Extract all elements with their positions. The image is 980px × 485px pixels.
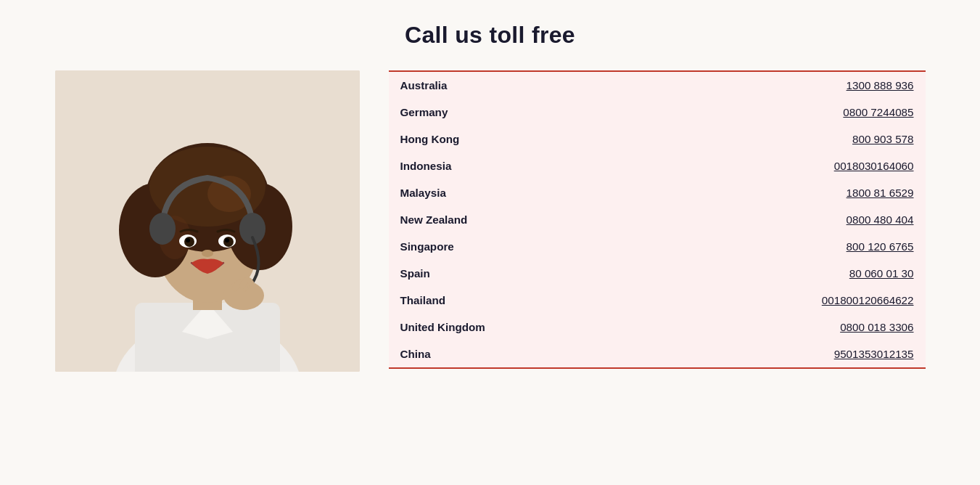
table-row: Australia1300 888 936 <box>389 72 926 99</box>
phone-number[interactable]: 9501353012135 <box>648 341 925 367</box>
table-row: Hong Kong800 903 578 <box>389 126 926 152</box>
table-row: United Kingdom0800 018 3306 <box>389 314 926 341</box>
phone-number[interactable]: 0800 7244085 <box>648 99 925 126</box>
phone-number[interactable]: 800 903 578 <box>648 126 925 152</box>
phone-link[interactable]: 80 060 01 30 <box>849 267 914 280</box>
country-name: Germany <box>389 99 649 126</box>
country-name: Malaysia <box>389 179 649 206</box>
table-row: New Zealand0800 480 404 <box>389 206 926 233</box>
agent-image-section <box>55 70 360 372</box>
main-content: Australia1300 888 936Germany0800 7244085… <box>55 70 926 372</box>
country-name: Australia <box>389 72 649 99</box>
phone-link[interactable]: 9501353012135 <box>834 348 914 360</box>
phone-number[interactable]: 0018030164060 <box>648 152 925 179</box>
phone-number[interactable]: 0800 018 3306 <box>648 314 925 341</box>
phone-link[interactable]: 001800120664622 <box>822 294 914 306</box>
svg-point-19 <box>149 213 176 245</box>
table-row: Spain80 060 01 30 <box>389 260 926 287</box>
table-row: Thailand001800120664622 <box>389 287 926 314</box>
table-row: Indonesia0018030164060 <box>389 152 926 179</box>
phone-link[interactable]: 0800 480 404 <box>847 213 914 226</box>
phone-number[interactable]: 0800 480 404 <box>648 206 925 233</box>
phone-number[interactable]: 1300 888 936 <box>648 72 925 99</box>
page-title: Call us toll free <box>405 22 575 49</box>
phone-link[interactable]: 0800 7244085 <box>843 106 913 118</box>
country-name: Thailand <box>389 287 649 314</box>
phone-link[interactable]: 1300 888 936 <box>847 79 914 91</box>
phone-table-section: Australia1300 888 936Germany0800 7244085… <box>389 70 926 369</box>
agent-image <box>55 70 360 372</box>
country-name: United Kingdom <box>389 314 649 341</box>
table-row: Malaysia1800 81 6529 <box>389 179 926 206</box>
table-row: Germany0800 7244085 <box>389 99 926 126</box>
phone-link[interactable]: 0800 018 3306 <box>840 321 913 333</box>
table-bottom-border <box>389 367 926 369</box>
svg-point-17 <box>225 238 229 242</box>
phone-number[interactable]: 1800 81 6529 <box>648 179 925 206</box>
phone-number[interactable]: 800 120 6765 <box>648 233 925 260</box>
svg-point-18 <box>202 250 213 257</box>
country-name: Singapore <box>389 233 649 260</box>
table-row: China9501353012135 <box>389 341 926 367</box>
phone-link[interactable]: 800 120 6765 <box>847 240 914 253</box>
phone-number[interactable]: 80 060 01 30 <box>648 260 925 287</box>
table-row: Singapore800 120 6765 <box>389 233 926 260</box>
phone-number[interactable]: 001800120664622 <box>648 287 925 314</box>
svg-point-16 <box>186 238 190 242</box>
country-name: Indonesia <box>389 152 649 179</box>
phone-link[interactable]: 800 903 578 <box>852 133 913 145</box>
country-name: Spain <box>389 260 649 287</box>
phone-link[interactable]: 1800 81 6529 <box>847 187 914 199</box>
phone-table: Australia1300 888 936Germany0800 7244085… <box>389 72 926 367</box>
country-name: China <box>389 341 649 367</box>
phone-link[interactable]: 0018030164060 <box>834 160 914 172</box>
country-name: Hong Kong <box>389 126 649 152</box>
country-name: New Zealand <box>389 206 649 233</box>
